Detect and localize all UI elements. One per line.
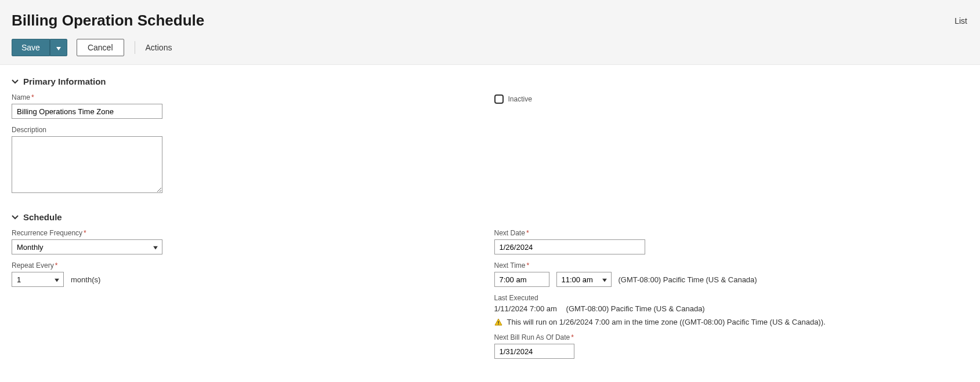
primary-right-col: Inactive [494, 93, 954, 202]
actions-menu[interactable]: Actions [146, 43, 172, 52]
chevron-down-icon [12, 77, 19, 86]
schedule-row: Recurrence Frequency* Monthly Repeat Eve… [12, 229, 968, 366]
required-asterisk: * [84, 229, 86, 237]
next-time-row: 11:00 am (GMT-08:00) Pacific Time (US & … [494, 272, 954, 287]
section-header-primary[interactable]: Primary Information [12, 77, 968, 86]
required-asterisk: * [527, 261, 530, 270]
next-date-label: Next Date* [494, 229, 954, 237]
next-time-select[interactable]: 11:00 am [556, 272, 612, 287]
name-label: Name* [12, 93, 471, 101]
name-input[interactable] [12, 104, 162, 119]
caret-down-icon [56, 43, 61, 52]
next-bill-label: Next Bill Run As Of Date* [494, 333, 954, 341]
last-executed-label: Last Executed [494, 294, 954, 302]
schedule-right-col: Next Date* Next Time* 11:00 am [494, 229, 954, 366]
warning-icon [494, 318, 502, 326]
next-bill-input[interactable] [494, 344, 574, 359]
required-asterisk: * [55, 261, 58, 270]
save-button[interactable]: Save [12, 39, 50, 56]
toolbar-divider [135, 41, 135, 54]
page-title: Billing Operation Schedule [12, 12, 968, 30]
required-asterisk: * [526, 229, 529, 237]
recurrence-select[interactable]: Monthly [12, 239, 162, 254]
save-button-group: Save [12, 39, 67, 56]
last-executed-value: 1/11/2024 7:00 am (GMT-08:00) Pacific Ti… [494, 304, 954, 313]
header-bar: Billing Operation Schedule List Save Can… [0, 0, 980, 65]
timezone-text: (GMT-08:00) Pacific Time (US & Canada) [619, 275, 757, 284]
next-time-input[interactable] [494, 272, 549, 287]
last-executed-field: Last Executed 1/11/2024 7:00 am (GMT-08:… [494, 294, 954, 326]
section-title-schedule: Schedule [23, 212, 62, 222]
primary-left-col: Name* Description [12, 93, 471, 202]
next-time-field: Next Time* 11:00 am (GMT-08:00) Pacific … [494, 261, 954, 287]
section-title-primary: Primary Information [23, 77, 106, 86]
content-area: Primary Information Name* Description In… [0, 65, 980, 382]
repeat-field: Repeat Every* 1 month(s) [12, 261, 471, 287]
description-input[interactable] [12, 136, 162, 193]
list-link[interactable]: List [954, 16, 967, 26]
description-field: Description [12, 126, 471, 195]
repeat-row: 1 month(s) [12, 272, 471, 287]
recurrence-field: Recurrence Frequency* Monthly [12, 229, 471, 254]
cancel-button[interactable]: Cancel [77, 39, 124, 56]
next-date-input[interactable] [494, 239, 645, 254]
inactive-label: Inactive [508, 95, 532, 103]
repeat-select[interactable]: 1 [12, 272, 64, 287]
chevron-down-icon [12, 213, 19, 221]
primary-info-row: Name* Description Inactive [12, 93, 968, 202]
required-asterisk: * [571, 333, 574, 341]
inactive-checkbox[interactable] [494, 94, 504, 104]
next-time-label: Next Time* [494, 261, 954, 270]
schedule-left-col: Recurrence Frequency* Monthly Repeat Eve… [12, 229, 471, 366]
toolbar: Save Cancel Actions [12, 39, 968, 56]
next-time-select-wrap: 11:00 am [556, 272, 612, 287]
recurrence-select-wrap: Monthly [12, 239, 162, 254]
repeat-unit-label: month(s) [71, 275, 100, 284]
svg-rect-1 [498, 323, 498, 324]
next-date-field: Next Date* [494, 229, 954, 254]
save-dropdown-button[interactable] [50, 39, 67, 56]
description-label: Description [12, 126, 471, 134]
warning-line: This will run on 1/26/2024 7:00 am in th… [494, 318, 954, 326]
repeat-label: Repeat Every* [12, 261, 471, 270]
section-header-schedule[interactable]: Schedule [12, 212, 968, 222]
name-field: Name* [12, 93, 471, 119]
repeat-select-wrap: 1 [12, 272, 64, 287]
next-bill-field: Next Bill Run As Of Date* [494, 333, 954, 359]
warning-text: This will run on 1/26/2024 7:00 am in th… [507, 318, 826, 326]
recurrence-label: Recurrence Frequency* [12, 229, 471, 237]
inactive-field: Inactive [494, 94, 532, 104]
svg-rect-0 [498, 321, 498, 323]
required-asterisk: * [31, 93, 34, 101]
